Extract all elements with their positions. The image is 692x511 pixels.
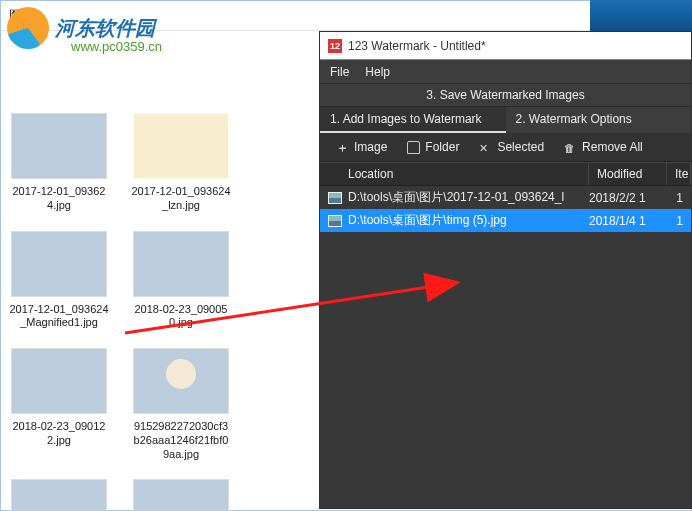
thumbnail-label: 2017-12-01_093624.jpg [9,185,109,213]
add-folder-label: Folder [425,140,459,154]
menu-help[interactable]: Help [365,65,390,79]
thumbnail-item[interactable] [131,479,231,511]
thumbnail-image [133,231,229,297]
watermark-app-window: 12 123 Watermark - Untitled* File Help 3… [319,31,692,509]
thumbnail-grid: 2017-12-01_093624.jpg2017-12-01_093624_l… [9,113,339,511]
trash-icon [564,141,577,154]
add-folder-button[interactable]: Folder [399,137,467,157]
thumbnail-item[interactable]: 2017-12-01_093624.jpg [9,113,109,213]
app-menubar: File Help [320,60,691,84]
menu-file[interactable]: File [330,65,349,79]
row-location: D:\tools\桌面\图片\timg (5).jpg [348,212,589,229]
thumbnail-image [133,348,229,414]
table-row[interactable]: D:\tools\桌面\图片\2017-12-01_093624_l2018/2… [320,186,691,209]
thumbnail-item[interactable]: 2018-02-23_090050.jpg [131,231,231,331]
thumbnail-image [133,479,229,511]
image-file-icon [328,215,342,227]
remove-all-label: Remove All [582,140,643,154]
app-icon: 12 [328,39,342,53]
plus-icon [336,141,349,154]
site-url: www.pc0359.cn [71,39,162,54]
file-list: D:\tools\桌面\图片\2017-12-01_093624_l2018/2… [320,186,691,232]
add-image-label: Image [354,140,387,154]
thumbnail-label: 2017-12-01_093624_lzn.jpg [131,185,231,213]
row-modified: 2018/2/2 1 [589,191,667,205]
thumbnail-item[interactable] [9,479,109,511]
site-logo-text: 河东软件园 [55,15,155,42]
folder-icon [407,141,420,154]
row-location: D:\tools\桌面\图片\2017-12-01_093624_l [348,189,589,206]
thumbnail-label: 2018-02-23_090122.jpg [9,420,109,448]
thumbnail-image [11,348,107,414]
thumbnail-label: 9152982272030cf3b26aaa1246f21fbf09aa.jpg [131,420,231,461]
add-image-button[interactable]: Image [328,137,395,157]
thumbnail-image [11,113,107,179]
toolbar: Image Folder Selected Remove All [320,133,691,162]
thumbnail-label: 2018-02-23_090050.jpg [131,303,231,331]
header-items[interactable]: Ite [667,163,691,185]
thumbnail-item[interactable]: 2017-12-01_093624_lzn.jpg [131,113,231,213]
thumbnail-item[interactable]: 2018-02-23_090122.jpg [9,348,109,461]
row-item: 1 [667,214,683,228]
site-logo-icon [7,7,49,49]
tab-step2[interactable]: 2. Watermark Options [506,107,692,133]
thumbnail-image [11,479,107,511]
desktop-background-peek [590,0,692,31]
list-headers: Location Modified Ite [320,162,691,186]
remove-all-button[interactable]: Remove All [556,137,651,157]
row-item: 1 [667,191,683,205]
step-tabs: 3. Save Watermarked Images 1. Add Images… [320,84,691,133]
x-icon [479,141,492,154]
remove-selected-button[interactable]: Selected [471,137,552,157]
thumbnail-label: 2017-12-01_093624_Magnified1.jpg [9,303,109,331]
tab-step1[interactable]: 1. Add Images to Watermark [320,107,506,133]
row-modified: 2018/1/4 1 [589,214,667,228]
thumbnail-image [133,113,229,179]
remove-selected-label: Selected [497,140,544,154]
thumbnail-item[interactable]: 9152982272030cf3b26aaa1246f21fbf09aa.jpg [131,348,231,461]
image-file-icon [328,192,342,204]
app-title-text: 123 Watermark - Untitled* [348,39,486,53]
thumbnail-item[interactable]: 2017-12-01_093624_Magnified1.jpg [9,231,109,331]
header-modified[interactable]: Modified [589,163,667,185]
thumbnail-image [11,231,107,297]
app-titlebar[interactable]: 12 123 Watermark - Untitled* [320,32,691,60]
table-row[interactable]: D:\tools\桌面\图片\timg (5).jpg2018/1/4 11 [320,209,691,232]
tab-step3[interactable]: 3. Save Watermarked Images [320,84,691,107]
header-location[interactable]: Location [320,163,589,185]
